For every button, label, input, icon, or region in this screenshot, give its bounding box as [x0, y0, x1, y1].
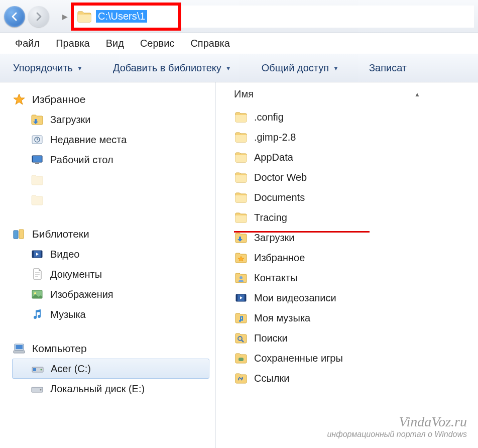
- column-header-name[interactable]: Имя ▲: [234, 88, 478, 100]
- toolbar-burn[interactable]: Записат: [369, 62, 407, 74]
- sort-indicator-icon: ▲: [414, 91, 420, 98]
- menu-edit[interactable]: Правка: [56, 38, 90, 49]
- file-item-label: Моя музыка: [254, 312, 310, 324]
- sidebar-hidden-item[interactable]: [12, 170, 215, 190]
- menu-view[interactable]: Вид: [106, 38, 124, 49]
- pictures-icon: [30, 287, 44, 301]
- chevron-right-icon: ▶: [62, 13, 68, 21]
- sidebar-item-label: Музыка: [50, 309, 86, 320]
- sidebar-item-label: Документы: [50, 269, 102, 280]
- file-item-label: Поиски: [254, 332, 288, 344]
- sidebar-pictures[interactable]: Изображения: [12, 284, 215, 304]
- folder-icon: [234, 251, 248, 265]
- svg-rect-8: [32, 251, 34, 258]
- arrow-right-icon: [34, 12, 44, 22]
- music-icon: [30, 307, 44, 321]
- sidebar-computer[interactable]: Компьютер: [12, 339, 215, 359]
- file-item[interactable]: .gimp-2.8: [234, 127, 478, 147]
- menu-service[interactable]: Сервис: [140, 38, 175, 49]
- toolbar-burn-label: Записат: [369, 62, 407, 74]
- file-item-label: .config: [254, 111, 284, 123]
- sidebar-recent[interactable]: Недавние места: [12, 130, 215, 150]
- file-item[interactable]: Избранное: [234, 248, 478, 268]
- video-icon: [30, 247, 44, 261]
- watermark-tagline: информационный портал о Windows: [327, 430, 467, 439]
- folder-icon: [30, 193, 44, 207]
- svg-point-20: [41, 369, 42, 371]
- sidebar-desktop[interactable]: Рабочий стол: [12, 150, 215, 170]
- toolbar-share[interactable]: Общий доступ ▼: [262, 62, 339, 74]
- folder-icon: [234, 271, 248, 285]
- sidebar-item-label: Избранное: [32, 93, 85, 105]
- folder-icon: [234, 190, 248, 204]
- sidebar-favorites[interactable]: Избранное: [12, 89, 215, 109]
- svg-rect-5: [14, 231, 18, 239]
- file-item[interactable]: Загрузки: [234, 228, 478, 248]
- folder-icon: [234, 170, 248, 184]
- sidebar-item-label: Недавние места: [50, 134, 127, 146]
- file-item-label: Ссылки: [254, 373, 289, 384]
- toolbar: Упорядочить ▼ Добавить в библиотеку ▼ Об…: [0, 54, 478, 82]
- sidebar-drive-e[interactable]: Локальный диск (E:): [12, 379, 215, 399]
- svg-point-23: [240, 276, 243, 279]
- file-item[interactable]: Контакты: [234, 268, 478, 288]
- toolbar-add-library[interactable]: Добавить в библиотеку ▼: [113, 62, 231, 74]
- toolbar-add-library-label: Добавить в библиотеку: [113, 62, 221, 74]
- file-item-label: Tracing: [254, 212, 287, 223]
- file-item[interactable]: Tracing: [234, 207, 478, 228]
- file-item[interactable]: Моя музыка: [234, 308, 478, 328]
- file-item[interactable]: AppData: [234, 147, 478, 167]
- sidebar-libraries[interactable]: Библиотеки: [12, 224, 215, 244]
- sidebar-hidden-item[interactable]: [12, 190, 215, 210]
- desktop-icon: [30, 153, 44, 167]
- sidebar-documents[interactable]: Документы: [12, 264, 215, 284]
- sidebar-item-label: Локальный диск (E:): [50, 383, 145, 395]
- sidebar-video[interactable]: Видео: [12, 244, 215, 264]
- watermark-site: VindaVoz.ru: [327, 414, 467, 430]
- svg-rect-3: [33, 156, 42, 162]
- file-item[interactable]: Documents: [234, 187, 478, 207]
- folder-icon: [234, 371, 248, 385]
- folder-icon: [77, 10, 92, 23]
- file-item[interactable]: .config: [234, 107, 478, 127]
- libraries-icon: [12, 227, 26, 241]
- svg-rect-25: [236, 294, 237, 301]
- arrow-left-icon: [10, 12, 20, 22]
- recent-places-icon: [30, 133, 44, 147]
- file-item[interactable]: Doctor Web: [234, 167, 478, 187]
- file-item-label: AppData: [254, 152, 293, 163]
- menu-file[interactable]: Файл: [15, 38, 40, 49]
- address-bar[interactable]: ▶ C:\Users\1: [59, 3, 474, 31]
- sidebar-drive-c[interactable]: Acer (C:): [12, 359, 209, 379]
- file-item[interactable]: Ссылки: [234, 368, 478, 388]
- sidebar-item-label: Загрузки: [50, 114, 91, 126]
- sidebar-item-label: Компьютер: [32, 343, 87, 355]
- file-list-pane: Имя ▲ .config.gimp-2.8AppDataDoctor WebD…: [216, 82, 478, 448]
- svg-rect-29: [238, 358, 244, 361]
- toolbar-organize-label: Упорядочить: [13, 62, 73, 74]
- svg-rect-9: [41, 251, 42, 258]
- content: Избранное Загрузки Недавние места Рабочи…: [0, 82, 478, 448]
- file-item[interactable]: Поиски: [234, 328, 478, 348]
- toolbar-organize[interactable]: Упорядочить ▼: [13, 62, 83, 74]
- folder-icon: [234, 130, 248, 144]
- file-item[interactable]: Сохраненные игры: [234, 348, 478, 368]
- svg-point-22: [40, 389, 42, 391]
- svg-rect-19: [33, 368, 36, 371]
- sidebar-music[interactable]: Музыка: [12, 304, 215, 324]
- file-list: .config.gimp-2.8AppDataDoctor WebDocumen…: [234, 107, 478, 388]
- navigation-pane: Избранное Загрузки Недавние места Рабочи…: [0, 82, 216, 448]
- forward-button[interactable]: [28, 6, 49, 27]
- favorites-group: Избранное Загрузки Недавние места Рабочи…: [12, 89, 215, 210]
- back-button[interactable]: [4, 6, 25, 27]
- address-bar-rest[interactable]: [181, 6, 474, 28]
- menu-help[interactable]: Справка: [190, 38, 229, 49]
- folder-icon: [234, 110, 248, 124]
- chevron-down-icon: ▼: [333, 65, 339, 72]
- computer-group: Компьютер Acer (C:) Локальный диск (E:): [12, 339, 215, 399]
- folder-icon: [234, 150, 248, 164]
- svg-rect-26: [245, 294, 246, 301]
- file-item[interactable]: Мои видеозаписи: [234, 288, 478, 308]
- sidebar-downloads[interactable]: Загрузки: [12, 109, 215, 130]
- sidebar-item-label: Рабочий стол: [50, 154, 113, 166]
